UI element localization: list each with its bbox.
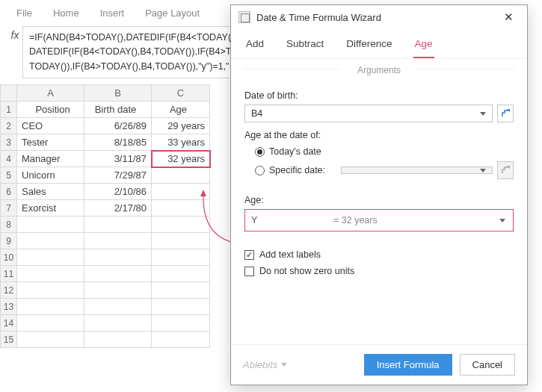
cell[interactable]: 6/26/89 bbox=[84, 118, 152, 134]
fx-icon[interactable]: fx bbox=[7, 26, 22, 41]
checkbox-hide-zero[interactable] bbox=[244, 267, 254, 276]
cell[interactable] bbox=[84, 266, 152, 282]
tab-difference[interactable]: Difference bbox=[345, 34, 393, 58]
cell[interactable] bbox=[84, 233, 152, 249]
radio-specific-label: Specific date: bbox=[269, 165, 336, 175]
cancel-button[interactable]: Cancel bbox=[460, 354, 515, 376]
row-header[interactable]: 10 bbox=[1, 249, 17, 266]
cell[interactable] bbox=[152, 315, 210, 332]
col-header-B[interactable]: B bbox=[84, 85, 152, 102]
dob-label: Date of birth: bbox=[244, 90, 514, 101]
cell[interactable] bbox=[84, 217, 152, 233]
cell[interactable] bbox=[152, 299, 210, 315]
cell[interactable]: 29 years bbox=[152, 118, 210, 134]
ribbon-tab-file[interactable]: File bbox=[16, 7, 32, 19]
cell[interactable] bbox=[17, 332, 84, 348]
row-header[interactable]: 7 bbox=[1, 200, 17, 217]
close-icon[interactable]: ✕ bbox=[497, 10, 520, 24]
tab-add[interactable]: Add bbox=[244, 34, 265, 58]
checkbox-add-labels-label: Add text labels bbox=[259, 249, 321, 260]
cell[interactable] bbox=[17, 249, 84, 266]
cell[interactable]: Manager bbox=[17, 151, 84, 167]
cell[interactable]: 7/29/87 bbox=[84, 167, 152, 184]
tab-subtract[interactable]: Subtract bbox=[285, 34, 325, 58]
range-picker-button[interactable] bbox=[497, 105, 514, 122]
insert-formula-button[interactable]: Insert Formula bbox=[364, 354, 452, 376]
radio-specific[interactable] bbox=[255, 166, 265, 175]
wizard-titlebar: Date & Time Formula Wizard ✕ bbox=[231, 5, 527, 29]
cell[interactable]: Sales bbox=[17, 184, 84, 200]
cell[interactable] bbox=[152, 282, 210, 299]
cell[interactable] bbox=[17, 315, 84, 332]
select-all-corner[interactable] bbox=[1, 85, 17, 102]
cell[interactable] bbox=[152, 249, 210, 266]
row-header[interactable]: 12 bbox=[1, 282, 17, 299]
row-header[interactable]: 15 bbox=[1, 332, 17, 348]
cell[interactable]: 2/17/80 bbox=[84, 200, 152, 217]
radio-today[interactable] bbox=[255, 147, 265, 157]
cell[interactable]: 3/11/87 bbox=[84, 151, 152, 167]
cell[interactable] bbox=[152, 233, 210, 249]
row-header[interactable]: 14 bbox=[1, 315, 17, 332]
cell[interactable]: Birth date bbox=[84, 102, 152, 118]
cell[interactable]: Unicorn bbox=[17, 167, 84, 184]
cell[interactable] bbox=[17, 299, 84, 315]
col-header-C[interactable]: C bbox=[152, 85, 210, 102]
checkbox-hide-zero-label: Do not show zero units bbox=[259, 266, 354, 276]
cell[interactable] bbox=[84, 249, 152, 266]
cell[interactable]: 2/10/86 bbox=[84, 184, 152, 200]
row-header[interactable]: 1 bbox=[1, 102, 17, 118]
cell[interactable]: 33 years bbox=[152, 134, 210, 151]
row-header[interactable]: 9 bbox=[1, 233, 17, 249]
row-header[interactable]: 3 bbox=[1, 134, 17, 151]
row-header[interactable]: 4 bbox=[1, 151, 17, 167]
row-header[interactable]: 5 bbox=[1, 167, 17, 184]
cell[interactable] bbox=[17, 217, 84, 233]
wizard-footer: Ablebits Insert Formula Cancel bbox=[231, 344, 527, 385]
row-header[interactable]: 8 bbox=[1, 217, 17, 233]
cell[interactable] bbox=[17, 266, 84, 282]
cell[interactable]: Position bbox=[17, 102, 84, 118]
cell[interactable] bbox=[152, 200, 210, 217]
wizard-dialog: Date & Time Formula Wizard ✕ Add Subtrac… bbox=[230, 4, 528, 385]
wizard-icon bbox=[238, 11, 250, 23]
cell[interactable]: 8/18/85 bbox=[84, 134, 152, 151]
cell[interactable] bbox=[84, 332, 152, 348]
cell[interactable] bbox=[17, 282, 84, 299]
row-header[interactable]: 11 bbox=[1, 266, 17, 282]
range-picker-button-disabled bbox=[497, 161, 514, 179]
ribbon-tab-insert[interactable]: Insert bbox=[100, 7, 125, 19]
age-result-preview: = 32 years bbox=[333, 215, 378, 225]
row-header[interactable]: 13 bbox=[1, 299, 17, 315]
col-header-A[interactable]: A bbox=[17, 85, 84, 102]
cell[interactable] bbox=[84, 299, 152, 315]
row-header[interactable]: 6 bbox=[1, 184, 17, 200]
ribbon-tab-home[interactable]: Home bbox=[53, 7, 79, 19]
checkbox-add-labels[interactable] bbox=[244, 250, 254, 260]
cell[interactable]: Tester bbox=[17, 134, 84, 151]
row-header[interactable]: 2 bbox=[1, 118, 17, 134]
dob-input[interactable]: B4 bbox=[244, 105, 493, 122]
tab-age[interactable]: Age bbox=[413, 34, 434, 58]
age-at-label: Age at the date of: bbox=[244, 130, 514, 140]
cell[interactable] bbox=[17, 233, 84, 249]
ribbon-tab-layout[interactable]: Page Layout bbox=[145, 7, 200, 19]
age-unit-value: Y bbox=[251, 215, 333, 225]
cell[interactable] bbox=[84, 282, 152, 299]
wizard-tabs: Add Subtract Difference Age bbox=[231, 29, 527, 59]
wizard-title-text: Date & Time Formula Wizard bbox=[256, 12, 381, 23]
cell[interactable]: Age bbox=[152, 102, 210, 118]
cell[interactable] bbox=[152, 167, 210, 184]
cell[interactable] bbox=[84, 315, 152, 332]
cell[interactable] bbox=[152, 217, 210, 233]
cell[interactable] bbox=[152, 266, 210, 282]
specific-date-input bbox=[341, 167, 493, 174]
cell-selected[interactable]: 32 years bbox=[152, 151, 210, 167]
cell[interactable]: CEO bbox=[17, 118, 84, 134]
cell[interactable] bbox=[152, 184, 210, 200]
brand-menu[interactable]: Ablebits bbox=[243, 359, 287, 370]
cell[interactable] bbox=[152, 332, 210, 348]
arguments-heading: Arguments bbox=[231, 59, 527, 78]
cell[interactable]: Exorcist bbox=[17, 200, 84, 217]
age-unit-select[interactable]: Y = 32 years bbox=[244, 209, 514, 231]
